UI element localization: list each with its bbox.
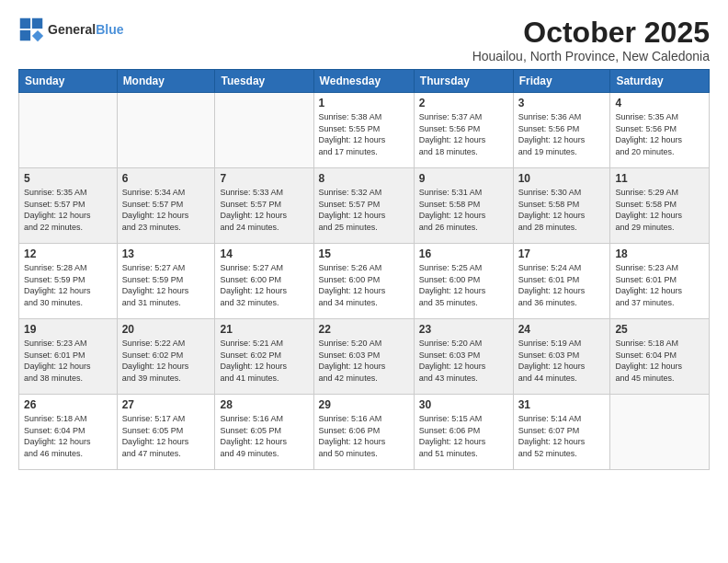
day-number: 13 (122, 247, 210, 260)
day-info: Sunrise: 5:25 AMSunset: 6:00 PMDaylight:… (419, 262, 508, 308)
day-info: Sunrise: 5:20 AMSunset: 6:03 PMDaylight:… (419, 338, 508, 384)
day-info: Sunrise: 5:14 AMSunset: 6:07 PMDaylight:… (518, 413, 606, 459)
calendar-week-row: 19Sunrise: 5:23 AMSunset: 6:01 PMDayligh… (19, 319, 710, 395)
col-thursday: Thursday (414, 70, 513, 93)
location-title: Houailou, North Province, New Caledonia (472, 49, 710, 63)
day-number: 28 (220, 398, 308, 411)
table-row (19, 93, 118, 168)
day-info: Sunrise: 5:29 AMSunset: 5:58 PMDaylight:… (615, 187, 704, 233)
day-info: Sunrise: 5:23 AMSunset: 6:01 PMDaylight:… (24, 338, 112, 384)
day-info: Sunrise: 5:27 AMSunset: 6:00 PMDaylight:… (220, 262, 308, 308)
day-number: 26 (24, 398, 112, 411)
table-row: 15Sunrise: 5:26 AMSunset: 6:00 PMDayligh… (313, 244, 414, 319)
day-info: Sunrise: 5:31 AMSunset: 5:58 PMDaylight:… (419, 187, 508, 233)
day-number: 11 (615, 172, 704, 185)
day-info: Sunrise: 5:24 AMSunset: 6:01 PMDaylight:… (518, 262, 606, 308)
day-number: 1 (319, 97, 409, 109)
day-number: 3 (518, 97, 606, 109)
day-number: 7 (220, 172, 308, 185)
table-row: 30Sunrise: 5:15 AMSunset: 6:06 PMDayligh… (414, 395, 513, 470)
table-row: 9Sunrise: 5:31 AMSunset: 5:58 PMDaylight… (414, 168, 513, 244)
day-number: 29 (319, 398, 409, 411)
table-row: 24Sunrise: 5:19 AMSunset: 6:03 PMDayligh… (513, 319, 610, 395)
day-number: 10 (518, 172, 606, 185)
month-title: October 2025 (472, 17, 710, 49)
table-row: 20Sunrise: 5:22 AMSunset: 6:02 PMDayligh… (117, 319, 215, 395)
table-row (117, 93, 215, 168)
day-info: Sunrise: 5:36 AMSunset: 5:56 PMDaylight:… (518, 111, 606, 157)
day-number: 9 (419, 172, 508, 185)
col-sunday: Sunday (19, 70, 118, 93)
day-number: 27 (122, 398, 210, 411)
day-number: 31 (518, 398, 606, 411)
col-tuesday: Tuesday (215, 70, 313, 93)
day-info: Sunrise: 5:15 AMSunset: 6:06 PMDaylight:… (419, 413, 508, 459)
day-number: 22 (319, 323, 409, 336)
calendar-header-row: Sunday Monday Tuesday Wednesday Thursday… (19, 70, 710, 93)
table-row: 12Sunrise: 5:28 AMSunset: 5:59 PMDayligh… (19, 244, 118, 319)
col-friday: Friday (513, 70, 610, 93)
day-info: Sunrise: 5:23 AMSunset: 6:01 PMDaylight:… (615, 262, 704, 308)
day-info: Sunrise: 5:20 AMSunset: 6:03 PMDaylight:… (319, 338, 409, 384)
day-number: 2 (419, 97, 508, 109)
day-info: Sunrise: 5:33 AMSunset: 5:57 PMDaylight:… (220, 187, 308, 233)
table-row: 18Sunrise: 5:23 AMSunset: 6:01 PMDayligh… (610, 244, 710, 319)
svg-rect-2 (32, 18, 42, 29)
table-row: 5Sunrise: 5:35 AMSunset: 5:57 PMDaylight… (19, 168, 118, 244)
logo: GeneralBlue (18, 17, 123, 42)
table-row: 13Sunrise: 5:27 AMSunset: 5:59 PMDayligh… (117, 244, 215, 319)
day-info: Sunrise: 5:22 AMSunset: 6:02 PMDaylight:… (122, 338, 210, 384)
day-number: 23 (419, 323, 508, 336)
svg-rect-3 (20, 30, 30, 40)
day-info: Sunrise: 5:38 AMSunset: 5:55 PMDaylight:… (319, 111, 409, 157)
day-info: Sunrise: 5:27 AMSunset: 5:59 PMDaylight:… (122, 262, 210, 308)
calendar-table: Sunday Monday Tuesday Wednesday Thursday… (18, 69, 710, 470)
table-row: 7Sunrise: 5:33 AMSunset: 5:57 PMDaylight… (215, 168, 313, 244)
day-number: 25 (615, 323, 704, 336)
logo-general: General (48, 22, 96, 37)
day-info: Sunrise: 5:18 AMSunset: 6:04 PMDaylight:… (615, 338, 704, 384)
table-row: 11Sunrise: 5:29 AMSunset: 5:58 PMDayligh… (610, 168, 710, 244)
col-saturday: Saturday (610, 70, 710, 93)
day-number: 20 (122, 323, 210, 336)
day-number: 4 (615, 97, 704, 109)
table-row (610, 395, 710, 470)
day-info: Sunrise: 5:35 AMSunset: 5:57 PMDaylight:… (24, 187, 112, 233)
day-info: Sunrise: 5:16 AMSunset: 6:05 PMDaylight:… (220, 413, 308, 459)
day-number: 8 (319, 172, 409, 185)
table-row: 22Sunrise: 5:20 AMSunset: 6:03 PMDayligh… (313, 319, 414, 395)
day-number: 24 (518, 323, 606, 336)
table-row: 2Sunrise: 5:37 AMSunset: 5:56 PMDaylight… (414, 93, 513, 168)
calendar-week-row: 1Sunrise: 5:38 AMSunset: 5:55 PMDaylight… (19, 93, 710, 168)
col-monday: Monday (117, 70, 215, 93)
col-wednesday: Wednesday (313, 70, 414, 93)
table-row: 3Sunrise: 5:36 AMSunset: 5:56 PMDaylight… (513, 93, 610, 168)
day-number: 6 (122, 172, 210, 185)
day-info: Sunrise: 5:37 AMSunset: 5:56 PMDaylight:… (419, 111, 508, 157)
table-row: 17Sunrise: 5:24 AMSunset: 6:01 PMDayligh… (513, 244, 610, 319)
table-row: 26Sunrise: 5:18 AMSunset: 6:04 PMDayligh… (19, 395, 118, 470)
day-info: Sunrise: 5:18 AMSunset: 6:04 PMDaylight:… (24, 413, 112, 459)
page: GeneralBlue October 2025 Houailou, North… (0, 0, 728, 563)
table-row: 4Sunrise: 5:35 AMSunset: 5:56 PMDaylight… (610, 93, 710, 168)
calendar-week-row: 12Sunrise: 5:28 AMSunset: 5:59 PMDayligh… (19, 244, 710, 319)
day-info: Sunrise: 5:28 AMSunset: 5:59 PMDaylight:… (24, 262, 112, 308)
day-info: Sunrise: 5:26 AMSunset: 6:00 PMDaylight:… (319, 262, 409, 308)
table-row: 1Sunrise: 5:38 AMSunset: 5:55 PMDaylight… (313, 93, 414, 168)
day-info: Sunrise: 5:17 AMSunset: 6:05 PMDaylight:… (122, 413, 210, 459)
calendar-week-row: 26Sunrise: 5:18 AMSunset: 6:04 PMDayligh… (19, 395, 710, 470)
day-info: Sunrise: 5:30 AMSunset: 5:58 PMDaylight:… (518, 187, 606, 233)
calendar-week-row: 5Sunrise: 5:35 AMSunset: 5:57 PMDaylight… (19, 168, 710, 244)
day-info: Sunrise: 5:32 AMSunset: 5:57 PMDaylight:… (319, 187, 409, 233)
table-row: 19Sunrise: 5:23 AMSunset: 6:01 PMDayligh… (19, 319, 118, 395)
day-number: 12 (24, 247, 112, 260)
day-number: 16 (419, 247, 508, 260)
day-number: 17 (518, 247, 606, 260)
day-info: Sunrise: 5:19 AMSunset: 6:03 PMDaylight:… (518, 338, 606, 384)
table-row: 23Sunrise: 5:20 AMSunset: 6:03 PMDayligh… (414, 319, 513, 395)
day-number: 30 (419, 398, 508, 411)
table-row: 14Sunrise: 5:27 AMSunset: 6:00 PMDayligh… (215, 244, 313, 319)
table-row: 16Sunrise: 5:25 AMSunset: 6:00 PMDayligh… (414, 244, 513, 319)
day-number: 19 (24, 323, 112, 336)
table-row: 25Sunrise: 5:18 AMSunset: 6:04 PMDayligh… (610, 319, 710, 395)
